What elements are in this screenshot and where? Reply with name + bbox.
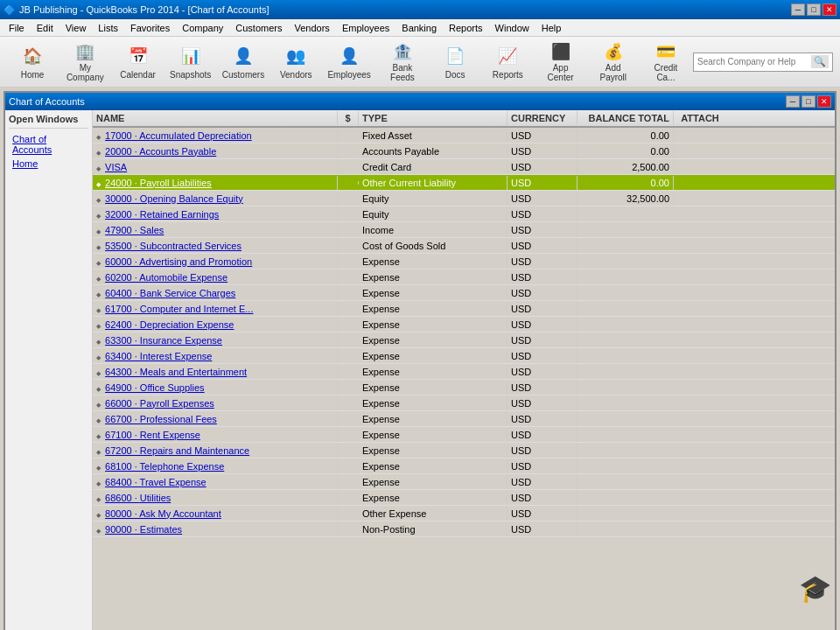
table-row[interactable]: ◆ 68400 · Travel Expense Expense USD [93, 474, 835, 490]
row-type: Expense [359, 302, 508, 316]
table-row[interactable]: ◆ 24000 · Payroll Liabilities Other Curr… [93, 175, 835, 191]
table-row[interactable]: ◆ 66000 · Payroll Expenses Expense USD [93, 396, 835, 411]
search-btn[interactable]: 🔍 [811, 55, 829, 68]
content-area: Open Windows Chart of Accounts Home NAME… [5, 110, 835, 630]
table-row[interactable]: ◆ 67100 · Rent Expense Expense USD [93, 427, 835, 443]
row-balance [578, 276, 674, 279]
row-balance [578, 512, 674, 515]
row-name-text: 32000 · Retained Earnings [105, 209, 219, 220]
left-panel-home[interactable]: Home [9, 157, 88, 171]
add-payroll-icon: 💰 [601, 42, 626, 61]
bank-feeds-btn[interactable]: 🏦 Bank Feeds [377, 40, 428, 84]
table-row[interactable]: ◆ 67200 · Repairs and Maintenance Expens… [93, 443, 835, 458]
menu-company[interactable]: Company [177, 21, 228, 35]
table-row[interactable]: ◆ 68100 · Telephone Expense Expense USD [93, 458, 835, 474]
row-diamond: ◆ [96, 417, 101, 424]
table-row[interactable]: ◆ 61700 · Computer and Internet E... Exp… [93, 301, 835, 317]
table-row[interactable]: ◆ 90000 · Estimates Non-Posting USD [93, 522, 835, 537]
bank-feeds-icon: 🏦 [390, 42, 415, 61]
credit-card-label: Credit Ca... [645, 63, 687, 82]
row-name-text: 63300 · Insurance Expense [105, 335, 222, 346]
menu-help[interactable]: Help [536, 21, 567, 35]
minimize-btn[interactable]: ─ [791, 4, 805, 16]
my-company-btn[interactable]: 🏢 My Company [60, 40, 110, 84]
menu-lists[interactable]: Lists [93, 21, 123, 35]
menu-banking[interactable]: Banking [396, 21, 442, 35]
inner-minimize-btn[interactable]: ─ [786, 95, 800, 108]
table-row[interactable]: ◆ 60400 · Bank Service Charges Expense U… [93, 285, 835, 301]
row-attach [674, 465, 726, 468]
row-diamond: ◆ [96, 165, 101, 172]
table-row[interactable]: ◆ 17000 · Accumulated Depreciation Fixed… [93, 128, 835, 144]
row-name-text: VISA [105, 162, 127, 172]
reports-btn[interactable]: 📈 Reports [482, 40, 533, 84]
calendar-btn[interactable]: 📅 Calendar [112, 40, 163, 84]
menu-file[interactable]: File [4, 21, 30, 35]
menu-reports[interactable]: Reports [444, 21, 488, 35]
header-attach: ATTACH [674, 111, 726, 125]
inner-close-btn[interactable]: ✕ [817, 95, 831, 108]
close-btn[interactable]: ✕ [822, 4, 836, 16]
table-row[interactable]: ◆ 63400 · Interest Expense Expense USD [93, 348, 835, 364]
row-type: Fixed Asset [359, 129, 508, 143]
menu-window[interactable]: Window [490, 21, 535, 35]
menu-favorites[interactable]: Favorites [125, 21, 175, 35]
table-row[interactable]: ◆ 80000 · Ask My Accountant Other Expens… [93, 506, 835, 522]
menu-customers[interactable]: Customers [230, 21, 287, 35]
customers-icon: 👤 [231, 44, 256, 68]
header-name: NAME [93, 111, 338, 125]
table-row[interactable]: ◆ 30000 · Opening Balance Equity Equity … [93, 191, 835, 206]
row-type: Expense [359, 491, 508, 505]
row-attach [674, 528, 726, 531]
row-currency: USD [508, 475, 578, 489]
table-row[interactable]: ◆ 64900 · Office Supplies Expense USD [93, 380, 835, 396]
add-payroll-btn[interactable]: 💰 Add Payroll [588, 40, 639, 84]
row-name-text: 68600 · Utilities [105, 493, 171, 503]
snapshots-btn[interactable]: 📊 Snapshots [165, 40, 216, 84]
reports-label: Reports [493, 70, 523, 80]
row-type: Expense [359, 381, 508, 395]
left-panel-chart-accounts[interactable]: Chart of Accounts [9, 132, 88, 157]
table-row[interactable]: ◆ 66700 · Professional Fees Expense USD [93, 411, 835, 427]
search-input[interactable] [697, 57, 811, 66]
table-row[interactable]: ◆ 62400 · Depreciation Expense Expense U… [93, 317, 835, 332]
table-row[interactable]: ◆ VISA Credit Card USD 2,500.00 [93, 159, 835, 175]
table-row[interactable]: ◆ 63300 · Insurance Expense Expense USD [93, 332, 835, 348]
row-s [338, 354, 359, 358]
left-panel: Open Windows Chart of Accounts Home [5, 110, 93, 630]
table-row[interactable]: ◆ 20000 · Accounts Payable Accounts Paya… [93, 144, 835, 159]
row-type: Expense [359, 365, 508, 379]
employees-btn[interactable]: 👤 Employees [323, 40, 374, 84]
row-name-text: 90000 · Estimates [105, 524, 182, 535]
menu-vendors[interactable]: Vendors [290, 21, 335, 35]
row-attach [674, 244, 726, 248]
row-s [338, 480, 359, 484]
table-row[interactable]: ◆ 47900 · Sales Income USD [93, 222, 835, 238]
menu-view[interactable]: View [60, 21, 92, 35]
maximize-btn[interactable]: □ [807, 4, 821, 16]
vendors-btn[interactable]: 👥 Vendors [270, 40, 321, 84]
row-currency: USD [508, 428, 578, 442]
inner-maximize-btn[interactable]: □ [802, 95, 816, 108]
table-row[interactable]: ◆ 53500 · Subcontracted Services Cost of… [93, 238, 835, 254]
table-row[interactable]: ◆ 60000 · Advertising and Promotion Expe… [93, 254, 835, 270]
menu-employees[interactable]: Employees [337, 21, 395, 35]
customers-btn[interactable]: 👤 Customers [218, 40, 269, 84]
search-box[interactable]: 🔍 [693, 52, 833, 72]
table-row[interactable]: ◆ 64300 · Meals and Entertainment Expens… [93, 364, 835, 380]
menu-edit[interactable]: Edit [32, 21, 59, 35]
home-btn[interactable]: 🏠 Home [7, 40, 58, 84]
row-attach [674, 228, 726, 232]
row-name-text: 64900 · Office Supplies [105, 382, 205, 393]
table-row[interactable]: ◆ 32000 · Retained Earnings Equity USD [93, 206, 835, 222]
row-diamond: ◆ [96, 181, 101, 187]
table-row[interactable]: ◆ 60200 · Automobile Expense Expense USD [93, 270, 835, 285]
credit-card-btn[interactable]: 💳 Credit Ca... [640, 40, 691, 84]
app-center-btn[interactable]: ⬛ App Center [535, 40, 585, 84]
row-currency: USD [508, 365, 578, 379]
row-name: ◆ 20000 · Accounts Payable [93, 144, 338, 158]
header-currency: CURRENCY [508, 111, 578, 125]
table-row[interactable]: ◆ 68600 · Utilities Expense USD [93, 490, 835, 506]
docs-btn[interactable]: 📄 Docs [430, 40, 480, 84]
row-type: Expense [359, 444, 508, 458]
